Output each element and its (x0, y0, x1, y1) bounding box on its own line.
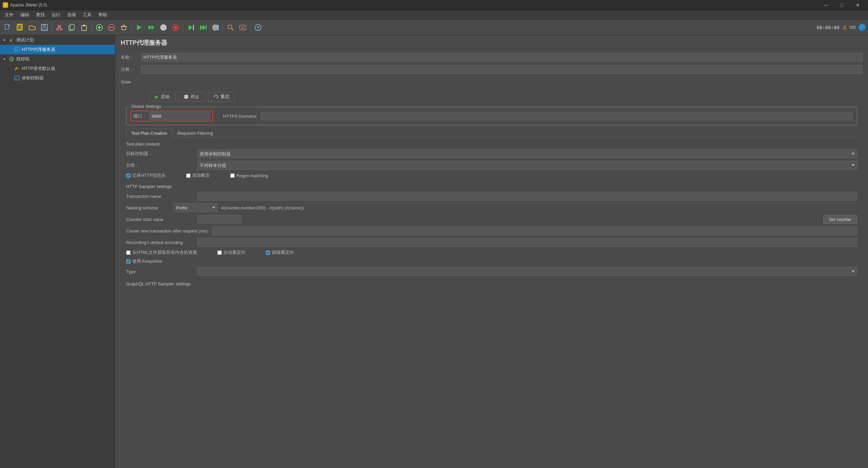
close-button[interactable]: ✕ (850, 0, 865, 10)
menu-run[interactable]: 运行 (48, 11, 64, 19)
toolbar-right: 00:00:00 ⚠ 0/0 🌐 (816, 24, 866, 31)
auto-redirect-input[interactable] (217, 250, 222, 255)
stop-button[interactable] (158, 22, 169, 33)
menu-find[interactable]: 查找 (33, 11, 48, 19)
counter-start-input[interactable] (197, 215, 241, 224)
follow-redirect-input[interactable] (266, 250, 270, 255)
expand-arrow-test-plan: ▼ (3, 38, 7, 42)
svg-marker-28 (152, 25, 154, 30)
paste-button[interactable] (78, 22, 90, 33)
target-controller-label: 目标控制器： (126, 151, 194, 157)
remote-start-button[interactable] (185, 22, 197, 33)
svg-rect-36 (206, 25, 206, 30)
stop-proxy-button[interactable]: 停止 (178, 92, 205, 101)
menu-tools[interactable]: 工具 (79, 11, 95, 19)
restart-proxy-button[interactable]: 重启 (208, 92, 235, 101)
menu-options[interactable]: 选项 (64, 11, 79, 19)
toolbar-sep-6 (250, 23, 251, 32)
create-transaction-input[interactable] (212, 226, 857, 235)
get-html-resources-input[interactable] (126, 250, 131, 255)
cut-button[interactable] (54, 22, 65, 33)
maximize-button[interactable]: □ (834, 0, 849, 10)
tab-test-plan-creation[interactable]: Test Plan Creation (126, 129, 172, 137)
type-select[interactable] (197, 267, 857, 276)
add-assertions-checkbox[interactable]: 添加断言 (186, 172, 210, 179)
remove-button[interactable] (106, 22, 117, 33)
start-proxy-label: 启动 (161, 94, 170, 100)
sidebar-item-http-defaults[interactable]: HTTP请求默认值 (0, 64, 115, 73)
help-button[interactable]: ? (252, 22, 264, 33)
svg-rect-9 (41, 24, 47, 31)
svg-rect-19 (83, 25, 85, 26)
open-button[interactable] (26, 22, 38, 33)
sidebar-item-test-plan[interactable]: ▼ A 测试计划 (0, 35, 115, 45)
auto-redirect-checkbox[interactable]: 自动重定向 (217, 249, 245, 256)
graphql-label: GraphQL HTTP Sampler settings (121, 279, 863, 288)
run-counter: 0/0 (850, 25, 856, 30)
expand-arrow-thread-group: ▼ (3, 57, 7, 61)
start-no-pause-button[interactable] (145, 22, 157, 33)
grouping-select[interactable]: 不对样本分组 (197, 161, 857, 170)
templates-button[interactable] (14, 22, 26, 33)
content-header: HTTP代理服务器 (115, 35, 868, 49)
toolbar-sep-3 (131, 23, 132, 32)
toolbar-sep-4 (183, 23, 183, 32)
tab-requests-filtering[interactable]: Requests Filtering (172, 129, 218, 137)
name-input[interactable] (141, 53, 863, 62)
name-label: 名称： (121, 54, 141, 60)
port-input[interactable] (149, 112, 210, 120)
menu-help[interactable]: 帮助 (95, 11, 111, 19)
keepalive-input[interactable] (126, 259, 131, 264)
minimize-button[interactable]: ─ (818, 0, 833, 10)
comment-input[interactable] (141, 65, 863, 74)
sidebar-item-recording[interactable]: R 录制控制器 (0, 73, 115, 83)
transaction-name-label: Transaction name (126, 194, 194, 199)
copy-button[interactable] (66, 22, 78, 33)
target-controller-select[interactable]: 使用录制控制器 (197, 149, 857, 158)
follow-redirect-label: 跟随重定向 (272, 249, 294, 256)
svg-rect-33 (193, 25, 194, 30)
clear-all-button[interactable] (237, 22, 249, 33)
content-area: HTTP代理服务器 名称： 注释： State ▶ (115, 35, 868, 468)
add-button[interactable] (94, 22, 105, 33)
grouping-label: 分组： (126, 162, 194, 168)
record-http-headers-input[interactable] (126, 173, 131, 178)
regex-matching-checkbox[interactable]: Regex matching (230, 173, 268, 178)
remote-start-all-button[interactable] (197, 22, 209, 33)
transaction-name-input[interactable] (197, 192, 857, 201)
svg-point-20 (96, 24, 102, 31)
https-input[interactable] (261, 112, 853, 120)
name-row: 名称： (121, 53, 863, 62)
remote-stop-all-button[interactable] (210, 22, 221, 33)
new-button[interactable] (2, 22, 14, 33)
keepalive-checkbox[interactable]: 使用 KeepAlive (126, 258, 162, 264)
stop-now-button[interactable] (170, 22, 181, 33)
set-counter-button[interactable]: Set counter (823, 215, 857, 224)
menu-file[interactable]: 文件 (1, 11, 17, 19)
naming-scheme-select[interactable]: Prefix Format Suffix (174, 203, 218, 212)
svg-rect-17 (70, 24, 74, 30)
start-proxy-button[interactable]: ▶ 启动 (149, 92, 175, 101)
menu-edit[interactable]: 编辑 (17, 11, 33, 19)
menu-bar: 文件 编辑 查找 运行 选项 工具 帮助 (0, 10, 868, 20)
save-button[interactable] (39, 22, 50, 33)
recording-encoding-label: Recording's default encoding (126, 240, 194, 245)
get-html-resources-checkbox[interactable]: 从HTML文件获取所有内含的资源 (126, 249, 197, 256)
clear-button[interactable] (118, 22, 130, 33)
naming-scheme-label: Naming scheme (126, 205, 170, 210)
sidebar-item-thread-group[interactable]: ▼ ⚙ 线程组 (0, 54, 115, 64)
analyze-button[interactable] (225, 22, 236, 33)
warning-icon: ⚠ (842, 24, 847, 31)
recording-encoding-input[interactable] (197, 238, 857, 247)
keepalive-label: 使用 KeepAlive (132, 258, 162, 264)
sidebar-item-http-proxy[interactable]: H HTTP代理服务器 (0, 45, 115, 54)
svg-marker-37 (212, 24, 218, 31)
record-http-headers-checkbox[interactable]: 记录HTTP信息头 (126, 172, 166, 179)
sidebar-label-http-proxy: HTTP代理服务器 (22, 46, 55, 53)
record-http-headers-label: 记录HTTP信息头 (132, 172, 166, 179)
start-button[interactable] (133, 22, 145, 33)
regex-matching-input[interactable] (230, 173, 235, 178)
tabs: Test Plan Creation Requests Filtering (126, 129, 857, 137)
add-assertions-input[interactable] (186, 173, 191, 178)
follow-redirect-checkbox[interactable]: 跟随重定向 (266, 249, 294, 256)
